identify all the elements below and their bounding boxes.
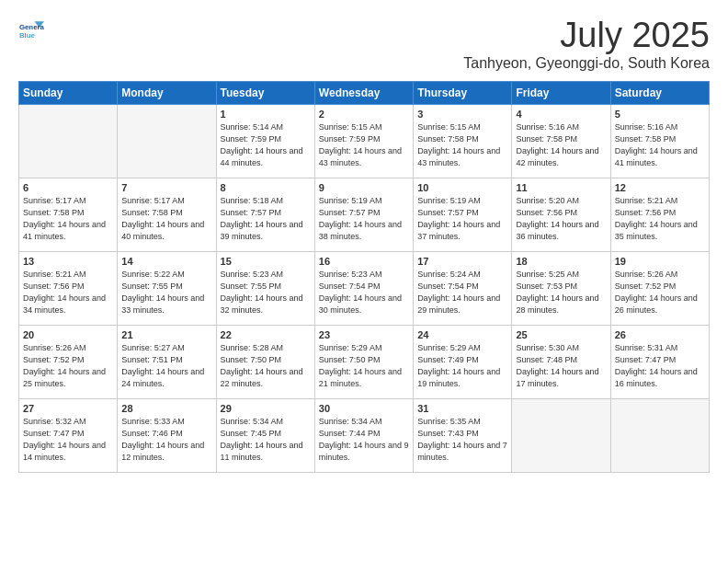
weekday-header-sunday: Sunday bbox=[19, 81, 118, 104]
day-number: 17 bbox=[417, 256, 507, 267]
day-number: 31 bbox=[417, 403, 507, 414]
calendar-cell: 15Sunrise: 5:23 AMSunset: 7:55 PMDayligh… bbox=[216, 251, 314, 325]
week-row-1: 1Sunrise: 5:14 AMSunset: 7:59 PMDaylight… bbox=[19, 104, 710, 178]
calendar-cell: 31Sunrise: 5:35 AMSunset: 7:43 PMDayligh… bbox=[414, 398, 512, 472]
day-info: Sunrise: 5:17 AMSunset: 7:58 PMDaylight:… bbox=[121, 195, 211, 243]
calendar-cell: 4Sunrise: 5:16 AMSunset: 7:58 PMDaylight… bbox=[512, 104, 610, 178]
calendar-cell: 23Sunrise: 5:29 AMSunset: 7:50 PMDayligh… bbox=[314, 325, 413, 398]
day-number: 19 bbox=[615, 256, 705, 267]
calendar-cell: 30Sunrise: 5:34 AMSunset: 7:44 PMDayligh… bbox=[314, 398, 413, 472]
calendar-cell: 20Sunrise: 5:26 AMSunset: 7:52 PMDayligh… bbox=[19, 325, 118, 398]
day-info: Sunrise: 5:17 AMSunset: 7:58 PMDaylight:… bbox=[23, 195, 113, 243]
calendar-cell: 27Sunrise: 5:32 AMSunset: 7:47 PMDayligh… bbox=[19, 398, 118, 472]
week-row-4: 20Sunrise: 5:26 AMSunset: 7:52 PMDayligh… bbox=[19, 325, 710, 398]
day-info: Sunrise: 5:21 AMSunset: 7:56 PMDaylight:… bbox=[615, 195, 705, 243]
day-number: 18 bbox=[516, 256, 606, 267]
day-number: 25 bbox=[516, 329, 606, 340]
day-info: Sunrise: 5:19 AMSunset: 7:57 PMDaylight:… bbox=[417, 195, 507, 243]
weekday-header-row: SundayMondayTuesdayWednesdayThursdayFrid… bbox=[19, 81, 710, 104]
day-info: Sunrise: 5:23 AMSunset: 7:54 PMDaylight:… bbox=[319, 269, 409, 316]
calendar-cell: 1Sunrise: 5:14 AMSunset: 7:59 PMDaylight… bbox=[216, 104, 314, 178]
page: General Blue July 2025 Tanhyeon, Gyeongg… bbox=[0, 0, 728, 563]
day-number: 15 bbox=[221, 256, 311, 267]
calendar-cell: 25Sunrise: 5:30 AMSunset: 7:48 PMDayligh… bbox=[512, 325, 610, 398]
day-info: Sunrise: 5:30 AMSunset: 7:48 PMDaylight:… bbox=[516, 342, 606, 390]
day-number: 3 bbox=[417, 109, 507, 120]
calendar-cell: 28Sunrise: 5:33 AMSunset: 7:46 PMDayligh… bbox=[118, 398, 216, 472]
day-info: Sunrise: 5:15 AMSunset: 7:58 PMDaylight:… bbox=[417, 121, 507, 169]
day-info: Sunrise: 5:26 AMSunset: 7:52 PMDaylight:… bbox=[615, 269, 705, 316]
day-number: 16 bbox=[319, 256, 409, 267]
calendar-cell: 12Sunrise: 5:21 AMSunset: 7:56 PMDayligh… bbox=[610, 178, 709, 251]
day-number: 9 bbox=[319, 182, 409, 193]
calendar-cell: 16Sunrise: 5:23 AMSunset: 7:54 PMDayligh… bbox=[314, 251, 413, 325]
calendar-cell: 18Sunrise: 5:25 AMSunset: 7:53 PMDayligh… bbox=[512, 251, 610, 325]
calendar-cell bbox=[118, 104, 216, 178]
week-row-5: 27Sunrise: 5:32 AMSunset: 7:47 PMDayligh… bbox=[19, 398, 710, 472]
week-row-3: 13Sunrise: 5:21 AMSunset: 7:56 PMDayligh… bbox=[19, 251, 710, 325]
day-info: Sunrise: 5:26 AMSunset: 7:52 PMDaylight:… bbox=[23, 342, 113, 390]
day-number: 5 bbox=[615, 109, 705, 120]
calendar-cell: 29Sunrise: 5:34 AMSunset: 7:45 PMDayligh… bbox=[216, 398, 314, 472]
day-number: 14 bbox=[121, 256, 211, 267]
day-info: Sunrise: 5:16 AMSunset: 7:58 PMDaylight:… bbox=[615, 121, 705, 169]
day-number: 22 bbox=[221, 329, 311, 340]
day-number: 10 bbox=[417, 182, 507, 193]
day-info: Sunrise: 5:16 AMSunset: 7:58 PMDaylight:… bbox=[516, 121, 606, 169]
weekday-header-monday: Monday bbox=[118, 81, 216, 104]
day-number: 12 bbox=[615, 182, 705, 193]
calendar-cell: 13Sunrise: 5:21 AMSunset: 7:56 PMDayligh… bbox=[19, 251, 118, 325]
calendar-cell bbox=[512, 398, 610, 472]
day-info: Sunrise: 5:21 AMSunset: 7:56 PMDaylight:… bbox=[23, 269, 113, 316]
weekday-header-friday: Friday bbox=[512, 81, 610, 104]
calendar-table: SundayMondayTuesdayWednesdayThursdayFrid… bbox=[18, 81, 710, 473]
svg-text:Blue: Blue bbox=[19, 31, 36, 40]
calendar-cell: 7Sunrise: 5:17 AMSunset: 7:58 PMDaylight… bbox=[118, 178, 216, 251]
day-info: Sunrise: 5:34 AMSunset: 7:44 PMDaylight:… bbox=[319, 416, 409, 464]
calendar-cell: 2Sunrise: 5:15 AMSunset: 7:59 PMDaylight… bbox=[314, 104, 413, 178]
day-info: Sunrise: 5:29 AMSunset: 7:49 PMDaylight:… bbox=[417, 342, 507, 390]
title-block: July 2025 Tanhyeon, Gyeonggi-do, South K… bbox=[463, 17, 710, 72]
calendar-cell: 8Sunrise: 5:18 AMSunset: 7:57 PMDaylight… bbox=[216, 178, 314, 251]
calendar-cell: 22Sunrise: 5:28 AMSunset: 7:50 PMDayligh… bbox=[216, 325, 314, 398]
week-row-2: 6Sunrise: 5:17 AMSunset: 7:58 PMDaylight… bbox=[19, 178, 710, 251]
day-info: Sunrise: 5:32 AMSunset: 7:47 PMDaylight:… bbox=[23, 416, 113, 464]
day-info: Sunrise: 5:23 AMSunset: 7:55 PMDaylight:… bbox=[221, 269, 311, 316]
day-info: Sunrise: 5:35 AMSunset: 7:43 PMDaylight:… bbox=[417, 416, 507, 464]
calendar-cell: 19Sunrise: 5:26 AMSunset: 7:52 PMDayligh… bbox=[610, 251, 709, 325]
weekday-header-wednesday: Wednesday bbox=[314, 81, 413, 104]
svg-text:General: General bbox=[19, 23, 44, 31]
logo-icon: General Blue bbox=[18, 17, 44, 42]
calendar-cell: 24Sunrise: 5:29 AMSunset: 7:49 PMDayligh… bbox=[414, 325, 512, 398]
calendar-cell: 3Sunrise: 5:15 AMSunset: 7:58 PMDaylight… bbox=[414, 104, 512, 178]
calendar-cell: 17Sunrise: 5:24 AMSunset: 7:54 PMDayligh… bbox=[414, 251, 512, 325]
calendar-cell: 11Sunrise: 5:20 AMSunset: 7:56 PMDayligh… bbox=[512, 178, 610, 251]
day-info: Sunrise: 5:29 AMSunset: 7:50 PMDaylight:… bbox=[319, 342, 409, 390]
day-info: Sunrise: 5:31 AMSunset: 7:47 PMDaylight:… bbox=[615, 342, 705, 390]
day-number: 21 bbox=[121, 329, 211, 340]
calendar-cell bbox=[610, 398, 709, 472]
day-info: Sunrise: 5:28 AMSunset: 7:50 PMDaylight:… bbox=[221, 342, 311, 390]
day-info: Sunrise: 5:25 AMSunset: 7:53 PMDaylight:… bbox=[516, 269, 606, 316]
calendar-cell: 6Sunrise: 5:17 AMSunset: 7:58 PMDaylight… bbox=[19, 178, 118, 251]
weekday-header-saturday: Saturday bbox=[610, 81, 709, 104]
day-number: 27 bbox=[23, 403, 113, 414]
logo: General Blue bbox=[18, 17, 44, 42]
day-number: 11 bbox=[516, 182, 606, 193]
header: General Blue July 2025 Tanhyeon, Gyeongg… bbox=[18, 17, 710, 72]
day-info: Sunrise: 5:34 AMSunset: 7:45 PMDaylight:… bbox=[221, 416, 311, 464]
day-number: 30 bbox=[319, 403, 409, 414]
day-number: 6 bbox=[23, 182, 113, 193]
day-number: 8 bbox=[221, 182, 311, 193]
day-info: Sunrise: 5:18 AMSunset: 7:57 PMDaylight:… bbox=[221, 195, 311, 243]
day-info: Sunrise: 5:15 AMSunset: 7:59 PMDaylight:… bbox=[319, 121, 409, 169]
calendar-cell bbox=[19, 104, 118, 178]
day-number: 13 bbox=[23, 256, 113, 267]
day-info: Sunrise: 5:19 AMSunset: 7:57 PMDaylight:… bbox=[319, 195, 409, 243]
calendar-cell: 14Sunrise: 5:22 AMSunset: 7:55 PMDayligh… bbox=[118, 251, 216, 325]
calendar-cell: 5Sunrise: 5:16 AMSunset: 7:58 PMDaylight… bbox=[610, 104, 709, 178]
day-number: 1 bbox=[221, 109, 311, 120]
day-number: 29 bbox=[221, 403, 311, 414]
calendar-cell: 26Sunrise: 5:31 AMSunset: 7:47 PMDayligh… bbox=[610, 325, 709, 398]
day-info: Sunrise: 5:27 AMSunset: 7:51 PMDaylight:… bbox=[121, 342, 211, 390]
